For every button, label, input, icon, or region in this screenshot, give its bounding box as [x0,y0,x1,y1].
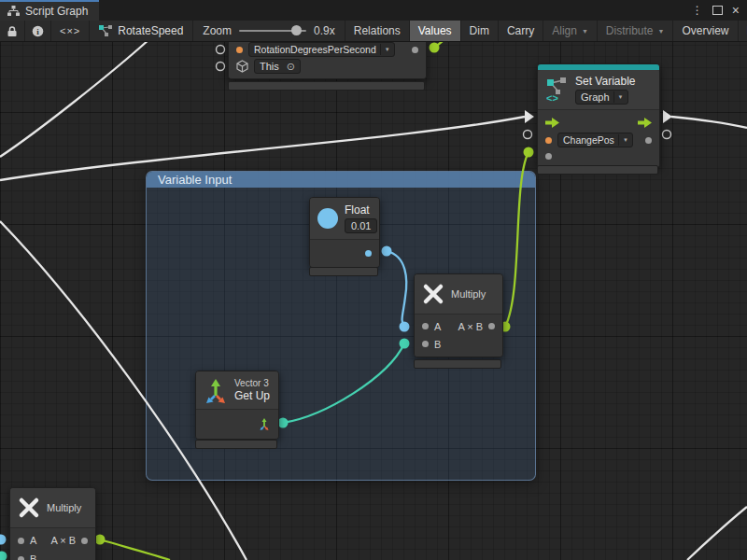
values-button[interactable]: Values [410,21,461,41]
variable-output-port[interactable] [645,137,652,144]
get-variable-node-footer [228,81,425,91]
relations-button[interactable]: Relations [345,21,410,41]
vector3-output-row [196,413,278,435]
zoom-control: Zoom 0.9x [193,21,345,41]
wire-endpoint-dot[interactable] [430,43,440,53]
zoom-slider[interactable] [239,30,306,32]
tab-bar: Script Graph ⋮ × [0,0,747,21]
new-value-input-port[interactable] [545,153,552,160]
flow-arrow-into-set-variable[interactable] [525,110,534,123]
variable-output-port[interactable] [412,47,418,53]
align-button[interactable]: Align ▼ [543,21,598,41]
multiply-row-b: B [415,335,502,353]
float-output-row [310,243,379,263]
group-header[interactable]: Variable Input [147,172,535,188]
multiply2-row-b: B [10,550,95,560]
code-preview-button[interactable]: <×> [51,21,90,41]
inspect-button[interactable]: i [25,21,51,41]
get-variable-target-row: This ⊙ [229,58,426,75]
graph-variable-icon: <> [546,77,569,103]
output-label: A × B [458,321,483,332]
float-value-field[interactable]: 0.01 [345,218,377,233]
vector3-node-footer [195,440,277,449]
unconnected-port-ring[interactable] [217,46,225,54]
float-output-port[interactable] [365,250,372,257]
wire-white-bottom-right[interactable] [687,507,747,560]
flow-in-arrow-icon[interactable] [545,118,559,128]
target-self-field[interactable]: This ⊙ [254,59,301,74]
result-output-port[interactable] [488,323,495,329]
get-variable-value-row: RotationDegreesPerSecond ▼ [229,41,426,58]
wire-green-multiply2-down[interactable] [100,539,170,560]
tab-script-graph[interactable]: Script Graph [0,0,99,21]
distribute-button[interactable]: Distribute ▼ [598,21,674,41]
variable-name-dropdown[interactable]: ChangePos ▼ [557,133,633,147]
overview-button[interactable]: Overview [673,21,738,41]
input-b-port[interactable] [422,341,429,347]
set-variable-flow-row [538,113,659,132]
wire-endpoint-dot[interactable] [95,535,106,545]
graph-toolbar: i <×> RotateSpeed Zoom 0.9x Relations Va… [0,21,747,42]
wire-endpoint-dot[interactable] [0,535,7,545]
vector3-axes-icon [204,377,228,403]
variable-name-dropdown[interactable]: RotationDegreesPerSecond ▼ [248,42,395,57]
zoom-label: Zoom [203,24,232,37]
flow-out-arrow-icon[interactable] [638,118,652,128]
flow-arrow-out-of-set-variable[interactable] [663,110,672,123]
maximize-icon[interactable] [712,6,723,15]
info-icon: i [32,25,44,37]
graph-name: RotateSpeed [118,24,183,37]
float-literal-node[interactable]: Float 0.01 [309,197,380,268]
wire-endpoint-dot[interactable] [0,552,7,560]
cube-icon [236,60,248,73]
dim-button[interactable]: Dim [461,21,499,41]
code-angle-icon: <×> [60,25,80,36]
chevron-down-icon: ▼ [658,28,665,35]
unconnected-port-ring[interactable] [663,131,671,139]
group-title: Variable Input [158,173,232,187]
unconnected-port-ring[interactable] [217,63,225,71]
multiply-node-2[interactable]: Multiply A A × B B [9,487,96,560]
unconnected-port-ring[interactable] [524,131,532,139]
variable-value-port[interactable] [545,137,552,144]
input-a-port[interactable] [422,323,429,329]
set-variable-title: Set Variable [575,75,635,88]
lock-button[interactable] [0,21,25,41]
get-variable-node[interactable]: RotationDegreesPerSecond ▼ This ⊙ [228,37,427,79]
close-icon[interactable]: × [732,3,740,18]
carry-button[interactable]: Carry [499,21,543,41]
chevron-down-icon: ▼ [618,134,632,146]
graph-breadcrumb[interactable]: RotateSpeed [90,21,193,41]
variable-value-port[interactable] [236,47,243,53]
tab-label: Script Graph [25,5,88,18]
get-up-title: Get Up [234,389,270,402]
zoom-slider-handle[interactable] [291,25,302,35]
multiply2-row-a: A A × B [10,531,95,550]
result-output-port[interactable] [81,538,88,544]
wire-endpoint-dot[interactable] [524,147,534,158]
lock-icon [7,25,18,37]
full-screen-button[interactable]: Full Screen [739,21,747,41]
input-b-port[interactable] [18,556,24,560]
kebab-menu-icon[interactable]: ⋮ [692,4,703,17]
multiply-node[interactable]: Multiply A A × B B [414,273,503,357]
svg-text:<>: <> [546,92,558,103]
variable-scope-dropdown[interactable]: Graph ▼ [575,90,628,105]
vector3-output-port[interactable] [258,417,271,430]
multiply-row-a: A A × B [415,317,502,335]
multiply-title: Multiply [451,288,486,300]
input-a-port[interactable] [18,538,24,544]
multiply-title: Multiply [47,502,81,513]
multiply-node-footer [414,359,501,369]
wire-white-top-left[interactable] [0,39,149,157]
float-title: Float [345,203,370,217]
float-node-footer [309,267,378,276]
target-picker-icon[interactable]: ⊙ [287,61,295,72]
multiply-x-icon [422,283,444,305]
set-variable-node[interactable]: <> Set Variable Graph ▼ [537,63,660,168]
vector3-get-up-node[interactable]: Vector 3 Get Up [195,371,279,440]
wire-white-from-set-variable-out[interactable] [671,117,747,128]
float-type-icon [317,208,338,229]
chevron-down-icon: ▼ [613,91,627,103]
multiply-x-icon [18,497,40,519]
